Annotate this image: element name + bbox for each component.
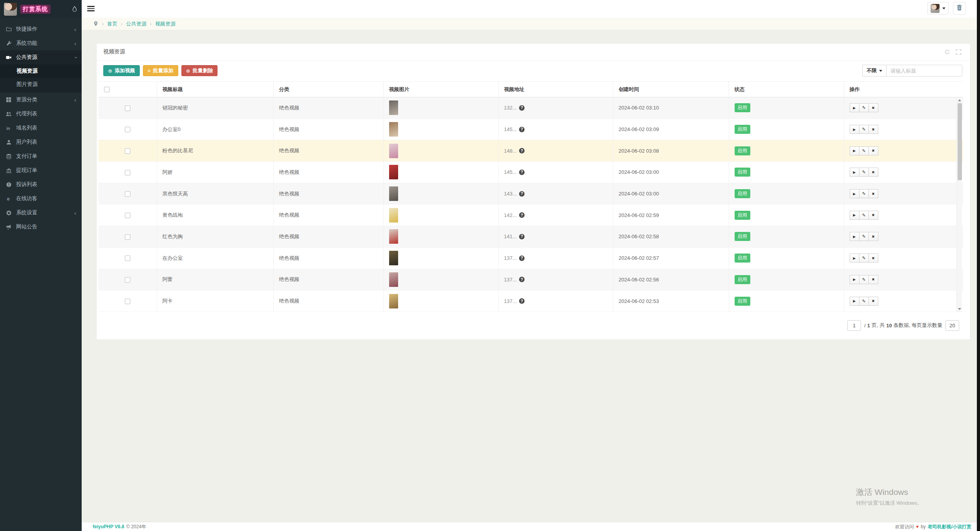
question-circle-icon[interactable]: ? <box>519 255 525 261</box>
batch-add-button[interactable]: ≡ 批量添加 <box>143 65 178 76</box>
sidebar-item[interactable]: 公共资源 ‹ <box>0 50 82 64</box>
breadcrumb-item[interactable]: 首页 <box>107 20 117 27</box>
row-checkbox[interactable] <box>125 127 130 132</box>
refresh-icon[interactable] <box>944 49 950 55</box>
video-thumbnail[interactable] <box>389 165 398 179</box>
page-number-input[interactable] <box>847 320 861 331</box>
video-thumbnail[interactable] <box>389 229 398 244</box>
row-checkbox[interactable] <box>125 213 130 218</box>
video-thumbnail[interactable] <box>389 122 398 137</box>
column-header: 创建时间 <box>613 82 729 97</box>
video-title: 黄色战袍 <box>157 204 273 226</box>
question-circle-icon[interactable]: ? <box>519 277 525 282</box>
search-input[interactable] <box>886 65 962 77</box>
row-checkbox[interactable] <box>125 148 130 154</box>
sidebar-item[interactable]: 用户列表 <box>0 135 82 149</box>
question-circle-icon[interactable]: ? <box>519 191 525 197</box>
video-thumbnail[interactable] <box>389 100 398 115</box>
footer-brand-link[interactable]: feiyuPHP V6.8 <box>93 524 124 529</box>
sidebar-subitem[interactable]: 图片资源 <box>0 78 82 91</box>
delete-button[interactable]: ✖ <box>868 211 878 220</box>
sidebar-item[interactable]: 系统设置 ‹ <box>0 206 82 220</box>
sidebar-item[interactable]: 资源分类 ‹ <box>0 93 82 107</box>
edit-button[interactable]: ✎ <box>859 189 869 198</box>
play-button[interactable]: ▶ <box>850 297 859 306</box>
play-button[interactable]: ▶ <box>850 232 859 241</box>
edit-button[interactable]: ✎ <box>859 146 869 155</box>
edit-button[interactable]: ✎ <box>859 168 869 177</box>
user-menu-button[interactable] <box>927 2 949 15</box>
row-checkbox[interactable] <box>125 277 130 283</box>
breadcrumb-item[interactable]: 公共资源 <box>126 20 146 27</box>
video-thumbnail[interactable] <box>389 294 398 308</box>
video-thumbnail[interactable] <box>389 272 398 287</box>
play-button[interactable]: ▶ <box>850 275 859 284</box>
row-checkbox[interactable] <box>125 299 130 304</box>
batch-delete-button[interactable]: ⊗ 批量删除 <box>181 65 218 76</box>
play-button[interactable]: ▶ <box>850 189 859 198</box>
play-button[interactable]: ▶ <box>850 211 859 220</box>
sidebar-item[interactable]: 投诉列表 <box>0 177 82 192</box>
video-thumbnail[interactable] <box>389 208 398 223</box>
video-thumbnail[interactable] <box>389 144 398 158</box>
scrollbar-thumb[interactable] <box>958 103 962 180</box>
delete-button[interactable]: ✖ <box>868 275 878 284</box>
sidebar-item[interactable]: 系统功能 ‹ <box>0 36 82 50</box>
question-circle-icon[interactable]: ? <box>519 298 525 304</box>
edit-button[interactable]: ✎ <box>859 211 869 220</box>
page-size-input[interactable] <box>945 320 959 331</box>
play-button[interactable]: ▶ <box>850 103 859 112</box>
row-checkbox[interactable] <box>125 234 130 240</box>
edit-button[interactable]: ✎ <box>859 254 869 263</box>
delete-button[interactable]: ✖ <box>868 232 878 241</box>
edit-button[interactable]: ✎ <box>859 125 869 134</box>
video-thumbnail[interactable] <box>389 186 398 201</box>
question-circle-icon[interactable]: ? <box>519 148 525 153</box>
question-circle-icon[interactable]: ? <box>519 105 525 111</box>
sidebar-item[interactable]: 提现订单 <box>0 163 82 177</box>
add-video-button[interactable]: ⊕ 添加视频 <box>103 65 140 76</box>
video-thumbnail[interactable] <box>389 251 398 265</box>
footer-site-link[interactable]: 老司机影视/小说打赏 <box>928 524 971 530</box>
delete-button[interactable]: ✖ <box>868 146 878 155</box>
sidebar-subitem[interactable]: 视频资源 <box>0 64 82 78</box>
delete-button[interactable]: ✖ <box>868 297 878 306</box>
scrollbar-down-arrow[interactable] <box>957 306 962 312</box>
row-checkbox[interactable] <box>125 106 130 111</box>
play-button[interactable]: ▶ <box>850 168 859 177</box>
question-circle-icon[interactable]: ? <box>519 234 525 239</box>
sidebar-item[interactable]: 快捷操作 ‹ <box>0 22 82 36</box>
breadcrumb-item[interactable]: 视频资源 <box>155 20 176 27</box>
select-all-checkbox[interactable] <box>104 87 110 92</box>
sidebar-item[interactable]: 支付订单 <box>0 149 82 163</box>
delete-button[interactable]: ✖ <box>868 125 878 134</box>
filter-dropdown[interactable]: 不限 <box>862 65 886 77</box>
edit-button[interactable]: ✎ <box>859 275 869 284</box>
question-circle-icon[interactable]: ? <box>519 212 525 218</box>
breadcrumb-separator: › <box>150 21 152 27</box>
play-button[interactable]: ▶ <box>850 146 859 155</box>
scrollbar-up-arrow[interactable] <box>957 97 962 103</box>
trash-button[interactable] <box>953 2 966 15</box>
delete-button[interactable]: ✖ <box>868 103 878 112</box>
row-checkbox[interactable] <box>125 170 130 175</box>
sidebar-item[interactable]: 代理列表 <box>0 107 82 121</box>
sidebar: 打赏系统 快捷操作 ‹ 系统功能 ‹ 公共资源 ‹ 视频资源 <box>0 0 82 531</box>
play-button[interactable]: ▶ <box>850 125 859 134</box>
play-button[interactable]: ▶ <box>850 254 859 263</box>
edit-button[interactable]: ✎ <box>859 232 869 241</box>
delete-button[interactable]: ✖ <box>868 168 878 177</box>
row-checkbox[interactable] <box>125 191 130 197</box>
edit-button[interactable]: ✎ <box>859 297 869 306</box>
delete-button[interactable]: ✖ <box>868 189 878 198</box>
edit-button[interactable]: ✎ <box>859 103 869 112</box>
row-checkbox[interactable] <box>125 255 130 261</box>
sidebar-item[interactable]: e 在线访客 <box>0 192 82 206</box>
sidebar-item[interactable]: in 域名列表 <box>0 121 82 135</box>
hamburger-menu-icon[interactable] <box>87 6 95 11</box>
delete-button[interactable]: ✖ <box>868 254 878 263</box>
fullscreen-icon[interactable] <box>956 49 962 55</box>
question-circle-icon[interactable]: ? <box>519 127 525 132</box>
sidebar-item[interactable]: 网站公告 <box>0 220 82 234</box>
question-circle-icon[interactable]: ? <box>519 170 525 175</box>
